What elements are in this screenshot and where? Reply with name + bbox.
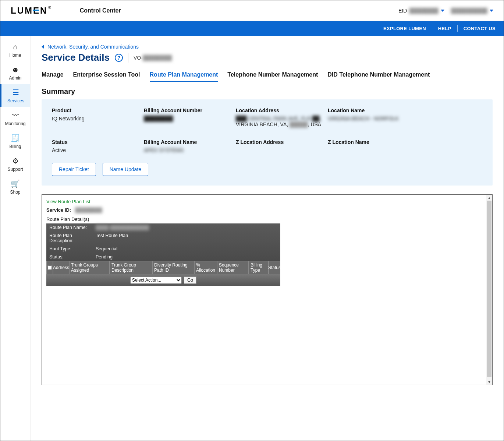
tab-telephone-number-management[interactable]: Telephone Number Management (227, 71, 318, 82)
sidebar-item-services[interactable]: ☰ Services (0, 84, 30, 107)
sidebar-item-label: Services (7, 98, 24, 103)
chevron-left-icon (42, 45, 44, 49)
service-id-prefix: VO- (134, 55, 143, 61)
billing-account-name-label: Billing Account Name (144, 139, 232, 145)
sidebar: ⌂ Home ☻ Admin ☰ Services 〰 Monitoring 🧾… (0, 36, 31, 441)
z-location-name-label: Z Location Name (328, 139, 416, 145)
route-plan-table-header: Address Trunk Groups Assigned Trunk Grou… (46, 261, 280, 274)
location-name-value: VIRGINIA BEACH - NORFOLK (328, 116, 416, 121)
repair-ticket-button[interactable]: Repair Ticket (52, 163, 96, 176)
col-diversity-routing-path-id: Diversity Routing Path ID (152, 261, 194, 274)
col-trunk-groups-assigned: Trunk Groups Assigned (69, 261, 110, 274)
col-billing-type: Billing Type (249, 261, 269, 274)
activity-icon: 〰 (12, 111, 19, 120)
user-value: ██████████ (451, 8, 487, 14)
col-allocation: % Allocation (194, 261, 217, 274)
name-update-button[interactable]: Name Update (103, 163, 148, 176)
content-area: Network, Security, and Communications Se… (31, 36, 504, 441)
divider (432, 25, 432, 32)
col-address: Address (53, 261, 69, 274)
location-address-line1: ███ CENTRAL PARK AVE, FLR ██, (236, 116, 324, 121)
route-plan-name-label: Route Plan Name: (49, 225, 96, 230)
eid-value: ████████ (409, 8, 438, 14)
location-address-line2: VIRGINIA BEACH, VA, █████, USA (236, 121, 324, 127)
hunt-type-label: Hunt Type: (49, 246, 96, 251)
breadcrumb-label: Network, Security, and Communications (47, 44, 139, 50)
route-plan-desc-label: Route Plan Description: (49, 233, 96, 243)
breadcrumb[interactable]: Network, Security, and Communications (42, 44, 493, 50)
scroll-down-icon[interactable]: ▼ (486, 379, 492, 385)
sidebar-item-label: Billing (9, 144, 21, 149)
home-icon: ⌂ (13, 43, 17, 51)
sidebar-item-label: Home (9, 53, 21, 58)
z-location-address-label: Z Location Address (236, 139, 324, 145)
service-id: VO-████████ (134, 55, 172, 61)
sidebar-item-monitoring[interactable]: 〰 Monitoring (0, 107, 30, 130)
billing-account-number-value: ████████ (144, 116, 232, 121)
col-sequence-number: Sequence Number (217, 261, 249, 274)
panel-service-id: Service ID: ████████ (46, 207, 488, 213)
action-select[interactable]: Select Action... (130, 276, 182, 284)
product-label: Product (52, 107, 140, 113)
scroll-up-icon[interactable]: ▲ (486, 195, 492, 201)
route-plan-header: Route Plan Name:████ ████████████ Route … (46, 223, 280, 261)
tab-route-plan-management[interactable]: Route Plan Management (150, 71, 218, 82)
list-icon: ☰ (13, 88, 19, 97)
contact-link[interactable]: CONTACT US (464, 26, 496, 31)
eid-label: EID (398, 8, 407, 14)
cart-icon: 🛒 (11, 179, 20, 188)
panel-service-id-label: Service ID: (46, 207, 71, 213)
divider (128, 53, 128, 63)
col-trunk-group-description: Trunk Group Description (110, 261, 152, 274)
route-plan-details-label: Route Plan Detail(s) (46, 216, 488, 222)
location-address-label: Location Address (236, 107, 324, 113)
divider (457, 25, 458, 32)
sidebar-item-home[interactable]: ⌂ Home (0, 39, 30, 61)
location-name-label: Location Name (328, 107, 416, 113)
product-value: IQ Networking (52, 116, 140, 121)
billing-account-number-label: Billing Account Number (144, 107, 232, 113)
route-plan-status-value: Pending (96, 254, 113, 260)
status-label: Status (52, 139, 140, 145)
route-plan-desc-value: Test Route Plan (96, 233, 128, 243)
sidebar-item-label: Monitoring (5, 121, 25, 126)
chevron-down-icon (490, 10, 493, 12)
billing-account-name-value: APEX SYSTEMS (144, 147, 232, 153)
sidebar-item-label: Support (7, 167, 23, 172)
chevron-down-icon (441, 10, 444, 12)
route-plan-action-bar: Select Action... Go (46, 274, 280, 286)
sidebar-item-admin[interactable]: ☻ Admin (0, 61, 30, 84)
scrollbar[interactable]: ▲ ▼ (486, 195, 492, 385)
sidebar-item-billing[interactable]: 🧾 Billing (0, 130, 30, 153)
panel-service-id-value: ████████ (75, 207, 102, 213)
route-plan-name-value: ████ ████████████ (96, 225, 149, 230)
select-all-checkbox[interactable] (47, 265, 52, 270)
user-selector[interactable]: ██████████ (451, 8, 493, 14)
brand-logo[interactable]: LUMEN® (11, 6, 51, 16)
eid-selector[interactable]: EID ████████ (398, 8, 444, 14)
service-id-value: ████████ (143, 55, 172, 61)
tab-did-telephone-number-management[interactable]: DID Telephone Number Management (327, 71, 430, 82)
view-route-plan-list-link[interactable]: View Route Plan List (46, 199, 90, 204)
sidebar-item-label: Admin (9, 75, 21, 81)
go-button[interactable]: Go (184, 276, 196, 284)
explore-link[interactable]: EXPLORE LUMEN (383, 26, 426, 31)
route-plan-status-label: Status: (49, 254, 96, 260)
summary-box: Product IQ Networking Billing Account Nu… (42, 99, 493, 186)
help-link[interactable]: HELP (438, 26, 451, 31)
summary-heading: Summary (42, 87, 493, 96)
sidebar-item-shop[interactable]: 🛒 Shop (0, 176, 30, 198)
sidebar-item-support[interactable]: ⚙ Support (0, 153, 30, 176)
tab-manage[interactable]: Manage (42, 71, 64, 82)
top-bar: LUMEN® Control Center EID ████████ █████… (0, 0, 504, 21)
page-title: Service Details (42, 52, 110, 63)
hunt-type-value: Sequential (96, 246, 117, 251)
route-plan-detail-panel: View Route Plan List Service ID: ███████… (42, 194, 493, 385)
scroll-thumb[interactable] (487, 201, 491, 377)
quick-links-bar: EXPLORE LUMEN HELP CONTACT US (0, 21, 504, 36)
gear-icon: ⚙ (12, 156, 19, 165)
col-status: Status (269, 261, 280, 274)
tab-enterprise-session-tool[interactable]: Enterprise Session Tool (73, 71, 140, 82)
help-icon[interactable]: ? (115, 54, 123, 62)
status-value: Active (52, 147, 140, 153)
